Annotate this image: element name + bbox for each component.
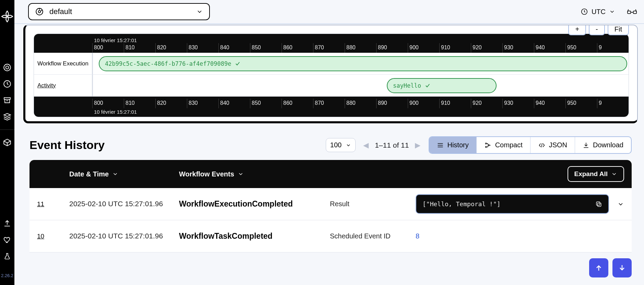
chevron-down-icon <box>609 9 615 15</box>
event-detail-key: Scheduled Event ID <box>330 232 416 240</box>
timezone-selector[interactable]: UTC <box>581 8 615 16</box>
event-datetime: 2025-02-10 UTC 15:27:01.96 <box>69 231 179 241</box>
event-detail-value: ["Hello, Temporal !"] <box>416 194 624 214</box>
zoom-fit-button[interactable]: Fit <box>608 25 629 35</box>
import-icon[interactable] <box>3 219 12 228</box>
event-id[interactable]: 11 <box>37 200 69 208</box>
event-type: WorkflowTaskCompleted <box>179 232 330 241</box>
zoom-out-button[interactable]: - <box>589 25 605 35</box>
axis-tick: 800 <box>92 99 124 108</box>
axis-tick: 820 <box>155 43 187 53</box>
axis-tick: 830 <box>187 43 218 53</box>
axis-tick: 930 <box>502 99 534 108</box>
timeline-panel: + - Fit 10 février 15:27:01 800810820830… <box>23 25 638 123</box>
namespaces-icon[interactable] <box>3 138 12 147</box>
temporal-logo-icon[interactable] <box>0 10 14 23</box>
axis-tick: 880 <box>345 43 376 53</box>
chevron-down-icon[interactable] <box>617 201 624 208</box>
axis-tick: 940 <box>534 43 565 53</box>
svg-point-1 <box>6 66 9 69</box>
namespace-label: default <box>49 7 72 16</box>
tab-download[interactable]: Download <box>575 137 631 153</box>
event-datetime: 2025-02-10 UTC 15:27:01.96 <box>69 199 179 209</box>
axis-tick: 820 <box>155 99 187 108</box>
workflows-icon[interactable] <box>3 63 12 72</box>
axis-tick: 810 <box>124 43 155 53</box>
timeline-axis-bottom: 8008108208308408508608708808909009109209… <box>34 97 629 117</box>
batch-icon[interactable] <box>3 112 12 121</box>
clock-icon <box>581 8 588 15</box>
axis-tick: 840 <box>218 43 250 53</box>
axis-tick: 940 <box>534 99 565 108</box>
copy-icon[interactable] <box>595 201 602 208</box>
event-history-title: Event History <box>29 138 105 152</box>
axis-tick: 890 <box>376 43 408 53</box>
axis-tick: 900 <box>408 99 439 108</box>
expand-all-button[interactable]: Expand All <box>568 166 624 182</box>
event-table: Date & Time Workflow Events Expand All 1… <box>29 160 632 252</box>
check-icon <box>425 83 431 89</box>
axis-tick: 870 <box>313 43 345 53</box>
activity-bar[interactable]: sayHello <box>387 78 497 93</box>
axis-tick: 850 <box>250 99 282 108</box>
tab-json[interactable]: JSON <box>530 137 575 153</box>
workflow-id: 42b99c5c-5aec-486f-b776-af4ef709089e <box>105 60 231 67</box>
axis-tick: 9 <box>597 99 629 108</box>
svg-rect-12 <box>598 203 601 206</box>
tab-compact[interactable]: Compact <box>476 137 530 153</box>
svg-point-5 <box>38 11 41 13</box>
event-type: WorkflowExecutionCompleted <box>179 199 330 209</box>
table-row[interactable]: 112025-02-10 UTC 15:27:01.96WorkflowExec… <box>29 188 632 220</box>
axis-tick: 930 <box>502 43 534 53</box>
svg-point-11 <box>488 145 489 146</box>
axis-tick: 950 <box>565 43 597 53</box>
feedback-icon[interactable] <box>3 235 12 244</box>
scroll-up-button[interactable] <box>589 258 608 277</box>
axis-tick: 910 <box>439 99 471 108</box>
sidebar: 2.26.2 <box>0 0 14 285</box>
axis-tick: 850 <box>250 43 282 53</box>
svg-rect-3 <box>4 98 10 99</box>
page-next-button[interactable]: ▶ <box>415 141 420 149</box>
glasses-icon[interactable] <box>627 8 637 15</box>
activity-row-label: Activity <box>34 75 92 96</box>
scroll-down-button[interactable] <box>612 258 632 277</box>
axis-tick: 800 <box>92 43 124 53</box>
page-prev-button[interactable]: ◀ <box>363 141 369 149</box>
page-range: 1–11 of 11 <box>375 141 409 149</box>
tab-history[interactable]: History <box>429 137 476 153</box>
axis-tick: 920 <box>471 99 502 108</box>
event-id[interactable]: 10 <box>37 233 69 240</box>
timeline-axis-top: 10 février 15:27:01 80081082083084085086… <box>34 34 629 53</box>
version-label: 2.26.2 <box>1 273 13 278</box>
axis-tick: 950 <box>565 99 597 108</box>
schedules-icon[interactable] <box>3 79 12 88</box>
zoom-in-button[interactable]: + <box>568 25 586 35</box>
svg-rect-13 <box>596 202 600 205</box>
svg-point-0 <box>4 64 11 71</box>
labs-icon[interactable] <box>3 252 12 261</box>
namespace-icon <box>35 7 44 16</box>
namespace-selector[interactable]: default <box>28 3 210 20</box>
chevron-down-icon <box>196 8 203 15</box>
view-tabs: History Compact JSON Download <box>429 136 632 154</box>
event-detail-value: 8 <box>416 232 624 240</box>
axis-tick: 860 <box>282 43 313 53</box>
check-icon <box>235 61 241 67</box>
scheduled-event-link[interactable]: 8 <box>416 232 419 240</box>
axis-tick: 810 <box>124 99 155 108</box>
column-workflow-events[interactable]: Workflow Events <box>179 170 330 178</box>
workflow-execution-bar[interactable]: 42b99c5c-5aec-486f-b776-af4ef709089e <box>99 56 627 71</box>
event-detail-key: Result <box>330 200 416 208</box>
axis-tick: 830 <box>187 99 218 108</box>
axis-tick: 880 <box>345 99 376 108</box>
svg-rect-7 <box>628 11 631 14</box>
axis-tick: 910 <box>439 43 471 53</box>
page-size-selector[interactable]: 100 <box>326 138 356 152</box>
table-row[interactable]: 102025-02-10 UTC 15:27:01.96WorkflowTask… <box>29 220 632 252</box>
workflow-execution-label: Workflow Execution <box>34 53 92 74</box>
column-date-time[interactable]: Date & Time <box>69 170 179 178</box>
axis-date-top: 10 février 15:27:01 <box>34 36 629 43</box>
archive-icon[interactable] <box>3 96 12 105</box>
timezone-label: UTC <box>592 8 606 16</box>
